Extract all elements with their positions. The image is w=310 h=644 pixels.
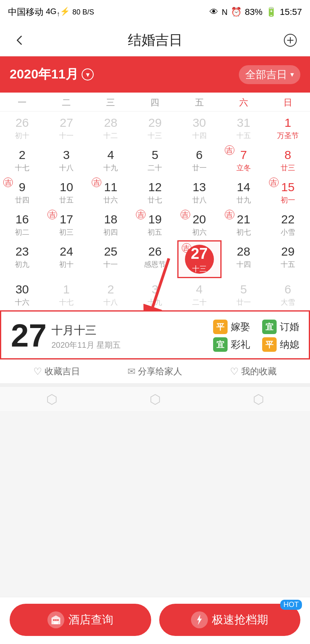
- day-cell-dec2[interactable]: 2 十八: [88, 278, 133, 310]
- day-cell-24[interactable]: 24 初十: [44, 240, 88, 278]
- day-cell-27-selected[interactable]: 吉 27 十三: [177, 240, 222, 278]
- day-cell-16[interactable]: 16 初二: [0, 208, 44, 240]
- day-cell-dec5[interactable]: 5 廿一: [222, 278, 266, 310]
- day-cell-oct30[interactable]: 30 十四: [177, 111, 222, 144]
- day-sub: 十八: [59, 163, 74, 173]
- my-collect-btn[interactable]: ♡ 我的收藏: [230, 365, 277, 378]
- day-number: 18: [104, 212, 117, 227]
- top-nav: 结婚吉日: [0, 24, 310, 56]
- weekday-thu: 四: [133, 97, 177, 109]
- day-sub: 初十: [15, 131, 29, 140]
- day-sub: 十四: [192, 131, 207, 140]
- day-cell-29[interactable]: 29 十五: [266, 240, 310, 278]
- ji-badge: 吉: [225, 210, 234, 219]
- day-sub: 十三: [192, 264, 207, 274]
- back-button[interactable]: [10, 30, 30, 50]
- day-cell-23[interactable]: 23 初九: [0, 240, 44, 278]
- quick-label: 极速抢档期: [212, 612, 268, 627]
- ji-badge: 吉: [3, 178, 13, 187]
- day-sub: 小雪: [281, 227, 295, 237]
- svg-marker-12: [197, 615, 202, 625]
- day-sub: 初六: [192, 227, 207, 237]
- day-sub: 十六: [15, 297, 29, 307]
- hotel-query-button[interactable]: 酒店查询: [10, 604, 151, 636]
- day-cell-11[interactable]: 吉 11 廿六: [88, 176, 133, 208]
- day-cell-19[interactable]: 吉 19 初五: [133, 208, 177, 240]
- weekday-mon: 一: [0, 97, 44, 109]
- bottom-actions: ♡ 收藏吉日 ✉ 分享给家人 ♡ 我的收藏: [0, 359, 310, 383]
- day-number: 25: [104, 244, 117, 259]
- battery-text: 83%: [245, 7, 263, 17]
- day-number: 1: [63, 282, 70, 297]
- day-cell-oct27[interactable]: 27 十一: [44, 111, 88, 144]
- day-sub: 二十: [192, 297, 207, 307]
- day-cell-26[interactable]: 26 感恩节: [133, 240, 177, 278]
- day-sub: 初二: [15, 227, 29, 237]
- nav-icon-1[interactable]: ⬡: [46, 392, 57, 407]
- day-cell-10[interactable]: 10 廿五: [44, 176, 88, 208]
- day-cell-25[interactable]: 25 十一: [88, 240, 133, 278]
- day-cell-22[interactable]: 22 小雪: [266, 208, 310, 240]
- day-cell-2[interactable]: 2 十七: [0, 144, 44, 176]
- day-number: 12: [148, 180, 162, 194]
- quick-grab-button[interactable]: HOT 极速抢档期: [159, 604, 301, 636]
- collect-btn[interactable]: ♡ 收藏吉日: [33, 365, 80, 378]
- day-cell-oct26[interactable]: 26 初十: [0, 111, 44, 144]
- status-right: 👁 N ⏰ 83% 🔋 15:57: [209, 7, 302, 17]
- share-label: 分享给家人: [138, 365, 182, 378]
- day-cell-oct28[interactable]: 28 十二: [88, 111, 133, 144]
- day-cell-8[interactable]: 8 廿三: [266, 144, 310, 176]
- day-cell-17[interactable]: 吉 17 初三: [44, 208, 88, 240]
- day-cell-5[interactable]: 5 二十: [133, 144, 177, 176]
- day-cell-18[interactable]: 18 初四: [88, 208, 133, 240]
- month-selector[interactable]: 2020年11月 ▾: [10, 66, 94, 83]
- ji-badge: 吉: [136, 210, 146, 219]
- day-cell-30[interactable]: 30 十六: [0, 278, 44, 310]
- share-btn[interactable]: ✉ 分享给家人: [127, 365, 182, 378]
- day-cell-dec4[interactable]: 4 二十: [177, 278, 222, 310]
- day-cell-oct31[interactable]: 31 十五: [222, 111, 266, 144]
- filter-button[interactable]: 全部吉日 ▾: [239, 65, 300, 84]
- n-icon: N: [222, 8, 227, 17]
- day-cell-4[interactable]: 4 十九: [88, 144, 133, 176]
- detail-panel: 27 十月十三 2020年11月 星期五 平 嫁娶 宜 订婚 宜 彩礼 平 纳媳: [0, 310, 310, 359]
- nav-icon-3[interactable]: ⬡: [253, 392, 264, 407]
- day-sub: 十一: [59, 131, 74, 140]
- day-cell-dec3[interactable]: 3 十九: [133, 278, 177, 310]
- day-number: 21: [237, 212, 250, 227]
- day-cell-7[interactable]: 吉 7 立冬: [222, 144, 266, 176]
- month-arrow[interactable]: ▾: [82, 68, 94, 80]
- day-number: 29: [148, 116, 162, 130]
- collect-label: 收藏吉日: [45, 365, 80, 378]
- nav-icon-2[interactable]: ⬡: [150, 392, 161, 407]
- day-number: 27: [191, 245, 207, 263]
- day-cell-13[interactable]: 13 廿八: [177, 176, 222, 208]
- tag-dinghan: 宜 订婚: [262, 320, 299, 334]
- day-cell-28[interactable]: 28 十四: [222, 240, 266, 278]
- day-cell-dec6[interactable]: 6 大雪: [266, 278, 310, 310]
- day-cell-15[interactable]: 吉 15 初一: [266, 176, 310, 208]
- day-cell-3[interactable]: 3 十八: [44, 144, 88, 176]
- day-cell-20[interactable]: 吉 20 初六: [177, 208, 222, 240]
- day-cell-6[interactable]: 6 廿一: [177, 144, 222, 176]
- day-cell-14[interactable]: 14 廿九: [222, 176, 266, 208]
- add-button[interactable]: [280, 30, 300, 50]
- day-cell-dec1[interactable]: 1 十七: [44, 278, 88, 310]
- day-number: 3: [63, 148, 70, 162]
- day-cell-21[interactable]: 吉 21 初七: [222, 208, 266, 240]
- day-sub: 十五: [236, 131, 251, 140]
- calendar-grid: 26 初十 27 十一 28 十二 29 十三 30 十四 31 十五 1 万圣…: [0, 111, 310, 310]
- day-cell-oct29[interactable]: 29 十三: [133, 111, 177, 144]
- tag-badge-yi1: 宜: [262, 320, 277, 334]
- day-number: 4: [196, 282, 203, 297]
- day-sub: 初五: [148, 227, 162, 237]
- day-cell-12[interactable]: 12 廿七: [133, 176, 177, 208]
- day-sub: 十七: [59, 297, 74, 307]
- day-cell-9[interactable]: 吉 9 廿四: [0, 176, 44, 208]
- day-cell-nov1[interactable]: 1 万圣节: [266, 111, 310, 144]
- day-number: 30: [15, 282, 29, 297]
- ji-badge: 吉: [269, 178, 279, 187]
- day-number: 20: [193, 212, 206, 227]
- day-sub: 初九: [15, 260, 29, 269]
- day-sub: 廿五: [59, 195, 74, 205]
